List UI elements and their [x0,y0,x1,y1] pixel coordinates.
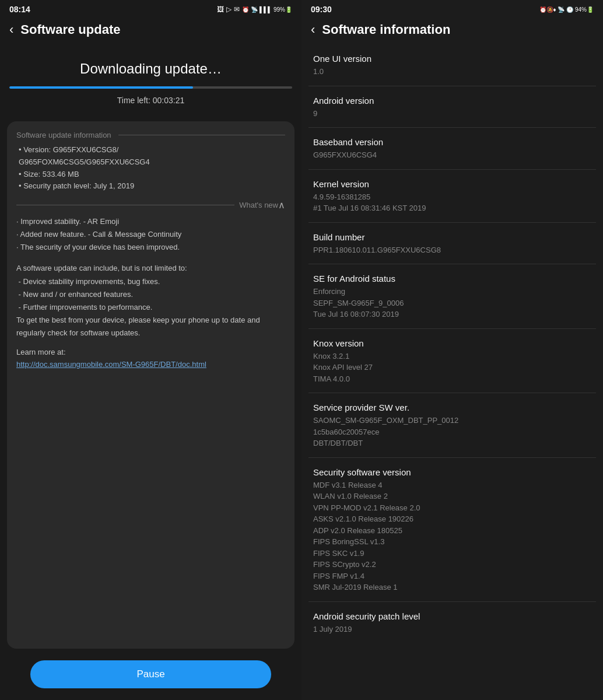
info-item-6: Knox versionKnox 3.2.1 Knox API level 27… [308,329,596,394]
info-item-label-8: Security software version [313,467,591,477]
progress-bar-container [9,86,292,89]
info-item-3: Kernel version4.9.59-16381285 #1 Tue Jul… [308,170,596,223]
info-item-4: Build numberPPR1.180610.011.G965FXXU6CSG… [308,223,596,265]
download-title: Downloading update… [9,61,292,77]
back-button-right[interactable]: ‹ [311,22,315,37]
back-button-left[interactable]: ‹ [9,22,13,37]
info-item-7: Service provider SW ver.SAOMC_SM-G965F_O… [308,393,596,458]
progress-bar-fill [9,86,193,89]
info-item-label-2: Baseband version [313,137,591,147]
whats-new-label: What's new [239,201,278,209]
info-item-value-1: 9 [313,108,591,120]
whats-new-text: · Improved stability. - AR Emoji · Added… [16,215,285,254]
whats-new-header: What's new ∧ [16,200,285,211]
info-item-label-5: SE for Android status [313,274,591,284]
info-section-label: Software update information [16,131,285,139]
info-item-value-0: 1.0 [313,66,591,78]
info-item-label-3: Kernel version [313,179,591,189]
left-page-title: Software update [20,22,120,37]
right-page-title: Software information [322,22,450,37]
right-panel: 09:30 ⏰🔕♦ 📡 🕐 94%🔋 ‹ Software informatio… [302,0,603,700]
right-status-time: 09:30 [311,5,332,14]
info-item-label-6: Knox version [313,338,591,348]
bottom-bar: Pause [0,653,302,700]
left-panel: 08:14 🖼 ▷ ✉ ⏰ 📡 ▌▌▌ 99%🔋 ‹ Software upda… [0,0,302,700]
download-section: Downloading update… Time left: 00:03:21 [0,47,302,117]
whats-new-item-1: · Added new feature. - Call & Message Co… [16,228,285,241]
right-status-icons: ⏰🔕♦ 📡 🕐 94%🔋 [539,6,594,13]
info-item-value-5: Enforcing SEPF_SM-G965F_9_0006 Tue Jul 1… [313,286,591,320]
info-item-value-3: 4.9.59-16381285 #1 Tue Jul 16 08:31:46 K… [313,191,591,214]
status-bar-right: 09:30 ⏰🔕♦ 📡 🕐 94%🔋 [302,0,603,16]
info-item-label-9: Android security patch level [313,611,591,621]
info-text-block: • Version: G965FXXU6CSG8/ G965FOXM6CSG5/… [16,144,285,192]
security-line: • Security patch level: July 1, 2019 [16,180,285,192]
learn-more-link[interactable]: http://doc.samsungmobile.com/SM-G965F/DB… [16,359,285,370]
pause-button[interactable]: Pause [30,660,271,688]
info-list: One UI version1.0Android version9Baseban… [302,44,603,700]
learn-more-prefix: Learn more at: [16,348,285,356]
info-item-value-4: PPR1.180610.011.G965FXXU6CSG8 [313,244,591,256]
left-status-icons: 🖼 ▷ ✉ ⏰ 📡 ▌▌▌ 99%🔋 [217,5,292,13]
left-status-time: 08:14 [9,5,30,14]
whats-new-item-2: · The security of your device has been i… [16,241,285,254]
left-header: ‹ Software update [0,16,302,47]
info-item-5: SE for Android statusEnforcing SEPF_SM-G… [308,264,596,329]
info-item-9: Android security patch level1 July 2019 [308,602,596,643]
version-line1: • Version: G965FXXU6CSG8/ [16,144,285,156]
info-card: Software update information • Version: G… [7,121,295,649]
info-item-1: Android version9 [308,86,596,128]
time-left-label: Time left: 00:03:21 [9,96,292,105]
right-header: ‹ Software information [302,16,603,44]
info-item-8: Security software versionMDF v3.1 Releas… [308,458,596,602]
info-item-label-1: Android version [313,96,591,106]
info-item-value-2: G965FXXU6CSG4 [313,149,591,161]
info-item-value-9: 1 July 2019 [313,624,591,635]
disclaimer-text: A software update can include, but is no… [16,262,285,340]
whats-new-item-0: · Improved stability. - AR Emoji [16,215,285,228]
info-item-2: Baseband versionG965FXXU6CSG4 [308,128,596,170]
info-item-label-7: Service provider SW ver. [313,402,591,412]
info-item-label-4: Build number [313,232,591,242]
info-item-value-6: Knox 3.2.1 Knox API level 27 TIMA 4.0.0 [313,351,591,385]
info-item-label-0: One UI version [313,54,591,64]
info-item-0: One UI version1.0 [308,44,596,86]
size-line: • Size: 533.46 MB [16,169,285,181]
info-item-value-7: SAOMC_SM-G965F_OXM_DBT_PP_0012 1c5ba60c2… [313,415,591,449]
info-item-value-8: MDF v3.1 Release 4 WLAN v1.0 Release 2 V… [313,480,591,593]
chevron-up-icon: ∧ [278,200,285,211]
version-line2: G965FOXM6CSG5/G965FXXU6CSG4 [16,156,285,169]
status-bar-left: 08:14 🖼 ▷ ✉ ⏰ 📡 ▌▌▌ 99%🔋 [0,0,302,16]
